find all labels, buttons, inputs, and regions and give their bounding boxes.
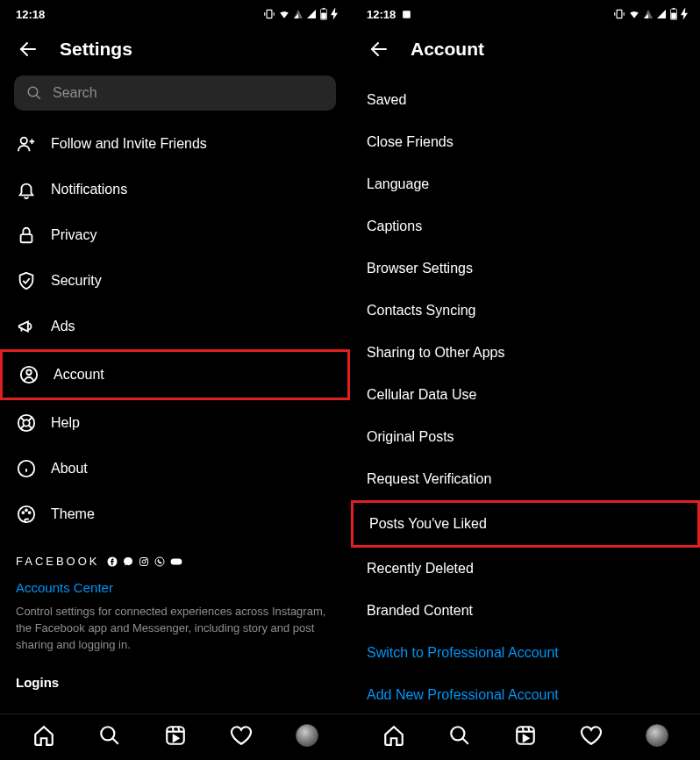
- wifi-icon: [628, 8, 640, 20]
- item-label: Branded Content: [367, 603, 473, 619]
- item-label: Captions: [367, 219, 422, 234]
- search-icon: [448, 724, 471, 747]
- menu-notifications[interactable]: Notifications: [0, 167, 350, 212]
- back-icon[interactable]: [18, 39, 39, 60]
- bottom-nav: [0, 713, 350, 760]
- item-posts-liked[interactable]: Posts You've Liked: [351, 500, 700, 548]
- nav-home[interactable]: [382, 723, 406, 748]
- menu-follow-invite[interactable]: Follow and Invite Friends: [0, 121, 350, 167]
- vibrate-icon: [613, 8, 625, 20]
- lock-icon: [16, 225, 37, 246]
- item-recently-deleted[interactable]: Recently Deleted: [351, 548, 700, 590]
- nav-search[interactable]: [97, 723, 122, 748]
- nav-reels[interactable]: [513, 723, 538, 748]
- account-screen: 12:18 Account Saved Close Friends Langua…: [350, 0, 700, 760]
- svg-point-27: [29, 512, 31, 513]
- menu-label: Help: [51, 415, 80, 431]
- search-box[interactable]: [14, 75, 336, 111]
- item-label: Original Posts: [367, 429, 454, 445]
- status-time: 12:18: [367, 8, 396, 21]
- menu-label: Notifications: [51, 182, 127, 197]
- avatar-icon: [646, 724, 668, 747]
- svg-line-52: [523, 727, 524, 731]
- item-sharing-apps[interactable]: Sharing to Other Apps: [351, 332, 700, 374]
- svg-rect-4: [323, 8, 325, 9]
- nav-activity[interactable]: [579, 723, 604, 748]
- signal-icon: [656, 9, 667, 19]
- nav-home[interactable]: [32, 723, 56, 748]
- svg-point-26: [25, 510, 27, 512]
- messenger-icon: [123, 556, 133, 567]
- search-input[interactable]: [53, 85, 324, 101]
- svg-line-18: [29, 426, 32, 429]
- item-original-posts[interactable]: Original Posts: [351, 416, 700, 458]
- svg-line-35: [112, 738, 118, 744]
- accounts-center-desc: Control settings for connected experienc…: [0, 604, 350, 654]
- nav-profile[interactable]: [295, 723, 319, 748]
- signal-icon: [293, 9, 304, 19]
- status-icons: [613, 8, 688, 20]
- menu-security[interactable]: Security: [0, 258, 350, 304]
- svg-line-19: [21, 426, 25, 429]
- item-label: Cellular Data Use: [367, 387, 476, 403]
- item-contacts-syncing[interactable]: Contacts Syncing: [351, 290, 700, 332]
- nav-activity[interactable]: [229, 723, 254, 748]
- reels-icon: [514, 724, 537, 747]
- signal-icon: [643, 9, 654, 19]
- item-switch-professional[interactable]: Switch to Professional Account: [351, 632, 700, 674]
- svg-rect-41: [617, 10, 622, 18]
- settings-menu: Follow and Invite Friends Notifications …: [0, 121, 350, 713]
- menu-privacy[interactable]: Privacy: [0, 212, 350, 258]
- item-branded-content[interactable]: Branded Content: [351, 590, 700, 632]
- svg-rect-40: [403, 11, 411, 18]
- item-add-professional[interactable]: Add New Professional Account: [351, 674, 700, 713]
- svg-point-31: [146, 559, 146, 560]
- svg-rect-5: [321, 13, 326, 19]
- svg-point-30: [142, 560, 146, 563]
- reels-icon: [164, 724, 187, 747]
- item-captions[interactable]: Captions: [351, 205, 700, 247]
- menu-about[interactable]: About: [0, 446, 350, 491]
- item-label: Request Verification: [367, 471, 491, 487]
- item-browser-settings[interactable]: Browser Settings: [351, 247, 700, 290]
- user-circle-icon: [18, 364, 39, 385]
- svg-rect-0: [267, 10, 272, 18]
- svg-rect-45: [673, 8, 675, 9]
- svg-rect-50: [517, 727, 534, 744]
- search-icon: [98, 724, 121, 747]
- menu-label: Security: [51, 273, 102, 289]
- wifi-icon: [278, 8, 290, 20]
- person-plus-icon: [16, 133, 37, 154]
- svg-point-16: [23, 419, 29, 426]
- megaphone-icon: [16, 316, 37, 337]
- menu-account[interactable]: Account: [0, 349, 350, 400]
- svg-point-34: [101, 727, 114, 740]
- palette-icon: [16, 504, 37, 525]
- item-cellular-data[interactable]: Cellular Data Use: [351, 374, 700, 416]
- menu-label: Follow and Invite Friends: [51, 136, 207, 152]
- svg-line-39: [178, 727, 179, 731]
- item-label: Posts You've Liked: [369, 516, 487, 532]
- item-language[interactable]: Language: [351, 163, 700, 205]
- search-icon: [26, 85, 42, 101]
- nav-profile[interactable]: [645, 723, 669, 748]
- menu-ads[interactable]: Ads: [0, 304, 350, 349]
- menu-help[interactable]: Help: [0, 400, 350, 446]
- status-bar: 12:18: [351, 0, 700, 26]
- item-saved[interactable]: Saved: [351, 79, 700, 121]
- lifebuoy-icon: [16, 412, 37, 434]
- nav-search[interactable]: [447, 723, 472, 748]
- accounts-center-link[interactable]: Accounts Center: [0, 575, 350, 599]
- page-title: Settings: [60, 39, 132, 60]
- facebook-label: FACEBOOK: [16, 555, 100, 568]
- menu-label: Theme: [51, 506, 95, 522]
- battery-icon: [319, 8, 328, 20]
- nav-reels[interactable]: [163, 723, 188, 748]
- svg-line-53: [528, 727, 529, 731]
- item-request-verification[interactable]: Request Verification: [351, 458, 700, 500]
- menu-label: Ads: [51, 319, 75, 334]
- bottom-nav: [351, 713, 700, 760]
- item-close-friends[interactable]: Close Friends: [351, 121, 700, 163]
- menu-theme[interactable]: Theme: [0, 491, 350, 537]
- back-icon[interactable]: [368, 39, 389, 60]
